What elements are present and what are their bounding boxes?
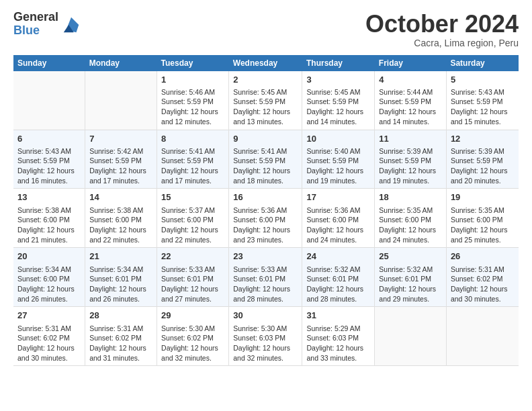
day-info-line: Sunrise: 5:33 AM (161, 265, 224, 275)
day-info-line: Sunrise: 5:33 AM (233, 265, 298, 275)
day-info-line: Sunset: 5:59 PM (233, 97, 298, 107)
day-info-line: Daylight: 12 hours and 33 minutes. (306, 343, 370, 363)
day-info-line: Sunrise: 5:41 AM (233, 146, 298, 156)
day-info-line: Sunset: 6:02 PM (161, 333, 224, 343)
page: General Blue October 2024 Cacra, Lima re… (0, 0, 532, 411)
day-info-line: Sunrise: 5:35 AM (451, 205, 515, 216)
cell-w1-d7: 5Sunrise: 5:43 AMSunset: 5:59 PMDaylight… (446, 71, 519, 130)
day-info-line: Sunset: 6:00 PM (17, 215, 81, 225)
day-info-line: Daylight: 12 hours and 24 minutes. (379, 225, 442, 244)
day-info-line: Daylight: 12 hours and 30 minutes. (17, 343, 81, 363)
day-number: 27 (17, 310, 81, 322)
day-info-line: Daylight: 12 hours and 14 minutes. (306, 107, 370, 126)
cell-w5-d3: 29Sunrise: 5:30 AMSunset: 6:02 PMDayligh… (157, 307, 229, 366)
day-number: 28 (89, 310, 152, 322)
day-number: 30 (233, 310, 298, 322)
day-number: 19 (451, 191, 515, 203)
day-info-line: Daylight: 12 hours and 31 minutes. (89, 343, 152, 363)
day-info-line: Daylight: 12 hours and 19 minutes. (306, 166, 370, 185)
day-info-line: Sunset: 6:01 PM (306, 274, 370, 284)
logo-blue: Blue (13, 24, 58, 38)
day-number: 29 (161, 310, 224, 322)
cell-w2-d3: 8Sunrise: 5:41 AMSunset: 5:59 PMDaylight… (157, 130, 229, 189)
day-info-line: Sunset: 6:02 PM (451, 274, 515, 284)
day-info-line: Daylight: 12 hours and 14 minutes. (379, 107, 442, 126)
calendar-table: Sunday Monday Tuesday Wednesday Thursday… (13, 55, 519, 367)
day-info-line: Sunset: 6:03 PM (306, 333, 370, 343)
day-info-line: Daylight: 12 hours and 19 minutes. (379, 166, 442, 185)
day-number: 5 (451, 74, 515, 86)
day-info-line: Sunrise: 5:42 AM (89, 146, 152, 156)
day-info-line: Daylight: 12 hours and 17 minutes. (161, 166, 224, 185)
cell-w4-d3: 22Sunrise: 5:33 AMSunset: 6:01 PMDayligh… (157, 248, 229, 307)
day-info-line: Sunrise: 5:43 AM (451, 87, 515, 97)
day-info-line: Sunrise: 5:43 AM (17, 146, 81, 156)
day-number: 16 (233, 191, 298, 203)
day-number: 2 (233, 74, 298, 86)
day-info-line: Daylight: 12 hours and 28 minutes. (233, 284, 298, 304)
col-sunday: Sunday (13, 55, 85, 71)
day-number: 17 (306, 191, 370, 203)
day-number: 12 (451, 133, 515, 145)
day-info-line: Sunset: 6:00 PM (161, 215, 224, 225)
cell-w2-d5: 10Sunrise: 5:40 AMSunset: 5:59 PMDayligh… (302, 130, 375, 189)
day-info-line: Sunrise: 5:31 AM (451, 265, 515, 275)
day-info-line: Daylight: 12 hours and 18 minutes. (233, 166, 298, 185)
col-monday: Monday (85, 55, 157, 71)
day-info-line: Sunrise: 5:34 AM (17, 265, 81, 275)
week-row-5: 27Sunrise: 5:31 AMSunset: 6:02 PMDayligh… (13, 307, 519, 366)
day-info-line: Sunset: 5:59 PM (451, 97, 515, 107)
week-row-3: 13Sunrise: 5:38 AMSunset: 6:00 PMDayligh… (13, 189, 519, 248)
header: General Blue October 2024 Cacra, Lima re… (13, 11, 519, 48)
day-info-line: Daylight: 12 hours and 21 minutes. (17, 225, 81, 244)
day-info-line: Sunrise: 5:29 AM (306, 324, 370, 334)
col-thursday: Thursday (302, 55, 375, 71)
day-info-line: Daylight: 12 hours and 28 minutes. (306, 284, 370, 304)
day-info-line: Sunrise: 5:40 AM (306, 146, 370, 156)
day-info-line: Sunset: 5:59 PM (451, 156, 515, 166)
cell-w1-d6: 4Sunrise: 5:44 AMSunset: 5:59 PMDaylight… (375, 71, 447, 130)
col-wednesday: Wednesday (229, 55, 302, 71)
day-info-line: Sunset: 6:02 PM (17, 333, 81, 343)
day-info-line: Daylight: 12 hours and 22 minutes. (89, 225, 152, 244)
logo-general: General (13, 11, 58, 24)
day-info-line: Sunrise: 5:44 AM (379, 87, 442, 97)
day-number: 20 (17, 250, 81, 263)
logo-text: General Blue (13, 11, 58, 38)
cell-w2-d6: 11Sunrise: 5:39 AMSunset: 5:59 PMDayligh… (375, 130, 447, 189)
day-number: 18 (379, 191, 442, 203)
day-info-line: Sunrise: 5:41 AM (161, 146, 224, 156)
day-info-line: Daylight: 12 hours and 24 minutes. (306, 225, 370, 244)
day-info-line: Daylight: 12 hours and 25 minutes. (451, 225, 515, 244)
cell-w1-d3: 1Sunrise: 5:46 AMSunset: 5:59 PMDaylight… (157, 71, 229, 130)
header-row: Sunday Monday Tuesday Wednesday Thursday… (13, 55, 519, 71)
day-info-line: Sunset: 5:59 PM (161, 156, 224, 166)
day-info-line: Daylight: 12 hours and 30 minutes. (451, 284, 515, 304)
day-info-line: Sunset: 6:01 PM (233, 274, 298, 284)
week-row-1: 1Sunrise: 5:46 AMSunset: 5:59 PMDaylight… (13, 71, 519, 130)
day-number: 22 (161, 250, 224, 263)
day-number: 15 (161, 191, 224, 203)
day-info-line: Sunset: 6:00 PM (306, 215, 370, 225)
cell-w4-d1: 20Sunrise: 5:34 AMSunset: 6:00 PMDayligh… (13, 248, 85, 307)
day-number: 6 (17, 133, 81, 145)
cell-w4-d2: 21Sunrise: 5:34 AMSunset: 6:01 PMDayligh… (85, 248, 157, 307)
day-info-line: Sunset: 5:59 PM (17, 156, 81, 166)
day-info-line: Sunset: 6:02 PM (89, 333, 152, 343)
cell-w2-d4: 9Sunrise: 5:41 AMSunset: 5:59 PMDaylight… (229, 130, 302, 189)
cell-w3-d1: 13Sunrise: 5:38 AMSunset: 6:00 PMDayligh… (13, 189, 85, 248)
day-info-line: Daylight: 12 hours and 26 minutes. (17, 284, 81, 304)
day-number: 31 (306, 310, 370, 322)
day-info-line: Daylight: 12 hours and 16 minutes. (17, 166, 81, 185)
day-info-line: Sunrise: 5:38 AM (17, 205, 81, 216)
title-block: October 2024 Cacra, Lima region, Peru (365, 11, 519, 48)
cell-w5-d2: 28Sunrise: 5:31 AMSunset: 6:02 PMDayligh… (85, 307, 157, 366)
day-number: 11 (379, 133, 442, 145)
location: Cacra, Lima region, Peru (365, 38, 519, 48)
day-number: 4 (379, 74, 442, 86)
day-info-line: Sunrise: 5:30 AM (233, 324, 298, 334)
calendar-body: 1Sunrise: 5:46 AMSunset: 5:59 PMDaylight… (13, 71, 519, 366)
day-info-line: Daylight: 12 hours and 22 minutes. (161, 225, 224, 244)
day-info-line: Sunrise: 5:31 AM (89, 324, 152, 334)
day-info-line: Daylight: 12 hours and 20 minutes. (451, 166, 515, 185)
